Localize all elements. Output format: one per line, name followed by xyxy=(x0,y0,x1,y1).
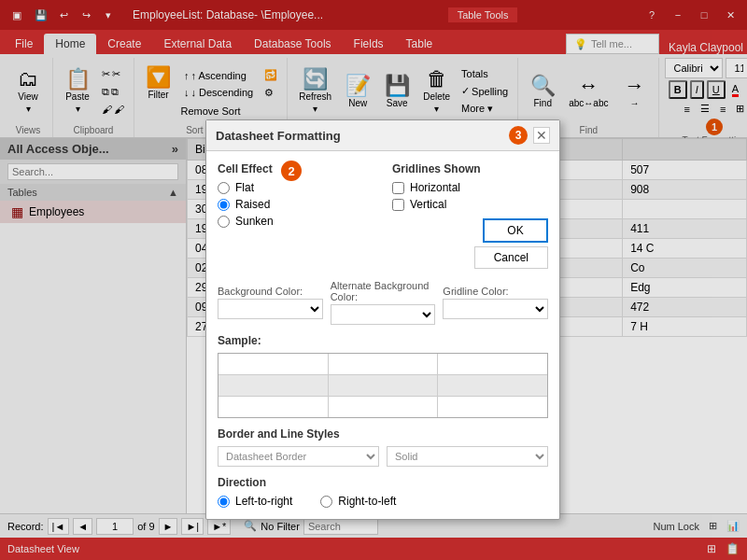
bg-color-select[interactable] xyxy=(218,299,323,319)
sample-row-1 xyxy=(218,354,547,375)
vertical-label: Vertical xyxy=(410,198,446,211)
sample-cell-2-3 xyxy=(438,375,547,396)
sample-cell-3-1 xyxy=(218,397,329,417)
vertical-checkbox[interactable] xyxy=(392,199,404,211)
border-row: Datasheet Border Solid xyxy=(218,446,548,467)
bg-color-section: Background Color: xyxy=(218,286,323,319)
modal-buttons: OK Cancel xyxy=(392,218,548,269)
horizontal-checkbox[interactable] xyxy=(392,182,404,194)
gridlines-label: Gridlines Shown xyxy=(392,162,548,175)
modal-title: Datasheet Formatting xyxy=(216,129,341,143)
modal-header: Datasheet Formatting 3 ✕ xyxy=(206,120,559,151)
gridlines-and-buttons: Gridlines Shown Horizontal Vertical xyxy=(392,162,548,269)
sample-section: Sample: xyxy=(218,334,548,418)
border-section: Border and Line Styles Datasheet Border … xyxy=(218,427,548,467)
flat-radio[interactable] xyxy=(218,182,230,194)
sample-cell-1-3 xyxy=(438,354,547,374)
sample-cell-3-2 xyxy=(329,397,439,417)
datasheet-formatting-modal: Datasheet Formatting 3 ✕ Cell Effect Fla… xyxy=(205,119,560,520)
cell-effect-col: Cell Effect Flat Raised Sunken xyxy=(218,162,374,269)
sunken-label: Sunken xyxy=(235,215,274,228)
modal-top-row: Cell Effect Flat Raised Sunken xyxy=(218,162,548,269)
direction-section: Direction Left-to-right Right-to-left xyxy=(218,476,548,508)
bg-color-label: Background Color: xyxy=(218,286,323,297)
rtl-radio-item[interactable]: Right-to-left xyxy=(320,495,396,508)
sunken-radio-item[interactable]: Sunken xyxy=(218,215,374,228)
gridline-color-select[interactable] xyxy=(443,299,548,319)
sample-grid xyxy=(218,353,548,418)
sample-cell-1-1 xyxy=(218,354,329,374)
border-type-select[interactable]: Datasheet Border xyxy=(218,446,379,467)
raised-badge: 2 xyxy=(281,161,302,181)
horizontal-checkbox-item[interactable]: Horizontal xyxy=(392,181,548,194)
cell-effect-radio-group: Flat Raised Sunken xyxy=(218,181,374,228)
alt-bg-color-section: Alternate Background Color: xyxy=(331,280,436,325)
sample-row-2 xyxy=(218,375,547,397)
horizontal-label: Horizontal xyxy=(410,181,460,194)
alt-bg-color-label: Alternate Background Color: xyxy=(331,280,436,302)
gridline-color-section: Gridline Color: xyxy=(443,286,548,319)
gridlines-checkboxes: Horizontal Vertical xyxy=(392,181,548,211)
vertical-checkbox-item[interactable]: Vertical xyxy=(392,198,548,211)
border-style-select[interactable]: Solid xyxy=(387,446,548,467)
ok-btn[interactable]: OK xyxy=(483,218,548,243)
raised-radio[interactable] xyxy=(218,199,230,211)
ltr-label: Left-to-right xyxy=(235,495,292,508)
gridlines-col: Gridlines Shown Horizontal Vertical xyxy=(392,162,548,211)
alt-bg-color-select[interactable] xyxy=(331,304,436,325)
raised-label: Raised xyxy=(235,198,270,211)
direction-options: Left-to-right Right-to-left xyxy=(218,495,548,508)
sample-cell-2-1 xyxy=(218,375,329,396)
badge-number-3: 3 xyxy=(515,129,522,142)
sample-row-3 xyxy=(218,397,547,417)
flat-radio-item[interactable]: Flat xyxy=(218,181,374,194)
sunken-radio[interactable] xyxy=(218,216,230,228)
border-label: Border and Line Styles xyxy=(218,427,548,441)
gridline-color-label: Gridline Color: xyxy=(443,286,548,297)
cancel-btn[interactable]: Cancel xyxy=(474,246,548,269)
flat-label: Flat xyxy=(235,181,254,194)
ltr-radio[interactable] xyxy=(218,496,230,508)
ltr-radio-item[interactable]: Left-to-right xyxy=(218,495,292,508)
sample-cell-2-2 xyxy=(329,375,439,396)
modal-body: Cell Effect Flat Raised Sunken xyxy=(206,151,559,519)
number-badge-2: 2 xyxy=(281,161,302,181)
sample-cell-1-2 xyxy=(329,354,439,374)
modal-close-btn[interactable]: ✕ xyxy=(533,127,550,144)
raised-radio-item[interactable]: Raised xyxy=(218,198,374,211)
sample-cell-3-3 xyxy=(438,397,547,417)
direction-label: Direction xyxy=(218,476,548,489)
rtl-label: Right-to-left xyxy=(338,495,396,508)
modal-header-btns: 3 ✕ xyxy=(509,126,550,145)
rtl-radio[interactable] xyxy=(320,496,332,508)
modal-help-badge[interactable]: 3 xyxy=(509,126,528,145)
sample-label: Sample: xyxy=(218,334,548,347)
modal-overlay: Datasheet Formatting 3 ✕ Cell Effect Fla… xyxy=(0,0,747,560)
color-row: Background Color: Alternate Background C… xyxy=(218,280,548,325)
